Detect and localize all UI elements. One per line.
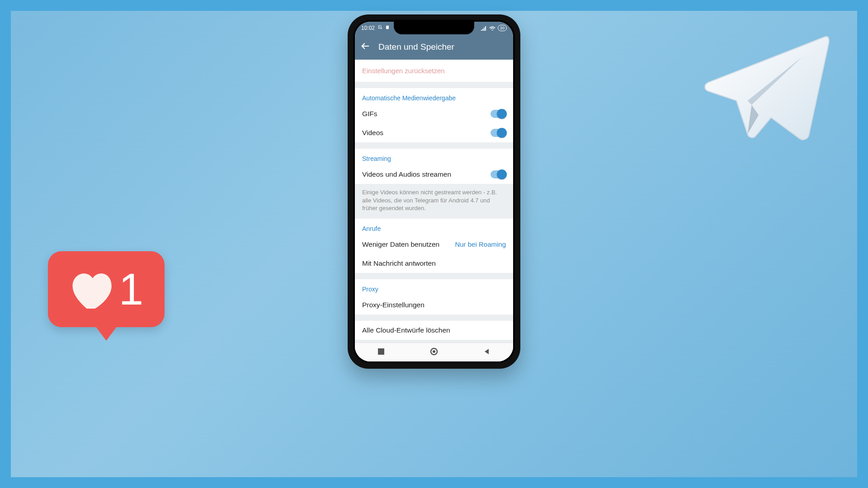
stream-label: Videos und Audios streamen bbox=[362, 170, 451, 178]
page-title: Daten und Speicher bbox=[378, 42, 454, 52]
signal-icon bbox=[481, 26, 487, 30]
sim-icon bbox=[385, 25, 390, 31]
calls-card: Anrufe Weniger Daten benutzen Nur bei Ro… bbox=[355, 219, 513, 273]
reply-message-row[interactable]: Mit Nachricht antworten bbox=[355, 254, 513, 273]
mute-icon bbox=[377, 25, 382, 31]
android-nav-bar bbox=[355, 343, 513, 361]
streaming-heading: Streaming bbox=[355, 149, 513, 165]
background-frame: 10:02 bbox=[11, 11, 857, 477]
less-data-value: Nur bei Roaming bbox=[455, 240, 506, 248]
less-data-label: Weniger Daten benutzen bbox=[362, 240, 439, 249]
streaming-card: Streaming Videos und Audios streamen bbox=[355, 149, 513, 184]
phone-screen: 10:02 bbox=[355, 22, 513, 361]
home-icon[interactable] bbox=[430, 347, 438, 357]
proxy-settings-row[interactable]: Proxy-Einstellungen bbox=[355, 296, 513, 314]
reply-message-label: Mit Nachricht antworten bbox=[362, 259, 436, 267]
app-bar: Daten und Speicher bbox=[355, 34, 513, 60]
svg-rect-1 bbox=[386, 26, 389, 29]
stream-row[interactable]: Videos und Audios streamen bbox=[355, 165, 513, 184]
proxy-heading: Proxy bbox=[355, 279, 513, 296]
reset-card: Einstellungen zurücksetzen bbox=[355, 60, 513, 82]
streaming-hint: Einige Videos können nicht gestreamt wer… bbox=[355, 184, 513, 219]
stream-toggle[interactable] bbox=[491, 170, 506, 178]
phone-inner: 10:02 bbox=[353, 20, 515, 363]
proxy-settings-label: Proxy-Einstellungen bbox=[362, 301, 425, 309]
phone-mockup: 10:02 bbox=[348, 14, 520, 369]
telegram-logo-icon bbox=[703, 34, 830, 145]
videos-label: Videos bbox=[362, 129, 383, 137]
back-nav-icon[interactable] bbox=[483, 348, 491, 357]
videos-row[interactable]: Videos bbox=[355, 123, 513, 142]
calls-heading: Anrufe bbox=[355, 219, 513, 235]
svg-rect-3 bbox=[378, 348, 384, 355]
gifs-label: GIFs bbox=[362, 110, 377, 118]
auto-media-heading: Automatische Medienwiedergabe bbox=[355, 88, 513, 104]
delete-drafts-label: Alle Cloud-Entwürfe löschen bbox=[362, 326, 450, 334]
settings-content: Einstellungen zurücksetzen Automatische … bbox=[355, 60, 513, 358]
reset-settings-link[interactable]: Einstellungen zurücksetzen bbox=[355, 60, 513, 82]
like-count: 1 bbox=[119, 267, 144, 311]
proxy-card: Proxy Proxy-Einstellungen bbox=[355, 279, 513, 314]
heart-icon bbox=[69, 270, 113, 309]
wifi-icon bbox=[489, 26, 495, 30]
delete-drafts-row[interactable]: Alle Cloud-Entwürfe löschen bbox=[355, 321, 513, 340]
phone-notch bbox=[394, 22, 474, 34]
videos-toggle[interactable] bbox=[491, 129, 506, 137]
status-time: 10:02 bbox=[361, 25, 375, 31]
svg-point-5 bbox=[433, 350, 435, 353]
gifs-toggle[interactable] bbox=[491, 110, 506, 118]
less-data-row[interactable]: Weniger Daten benutzen Nur bei Roaming bbox=[355, 235, 513, 254]
back-icon[interactable] bbox=[360, 41, 370, 53]
like-badge: 1 bbox=[48, 251, 165, 327]
drafts-card: Alle Cloud-Entwürfe löschen bbox=[355, 321, 513, 340]
recents-icon[interactable] bbox=[377, 348, 385, 357]
gifs-row[interactable]: GIFs bbox=[355, 104, 513, 123]
auto-media-card: Automatische Medienwiedergabe GIFs Video… bbox=[355, 88, 513, 142]
battery-icon: 20 bbox=[498, 25, 507, 31]
